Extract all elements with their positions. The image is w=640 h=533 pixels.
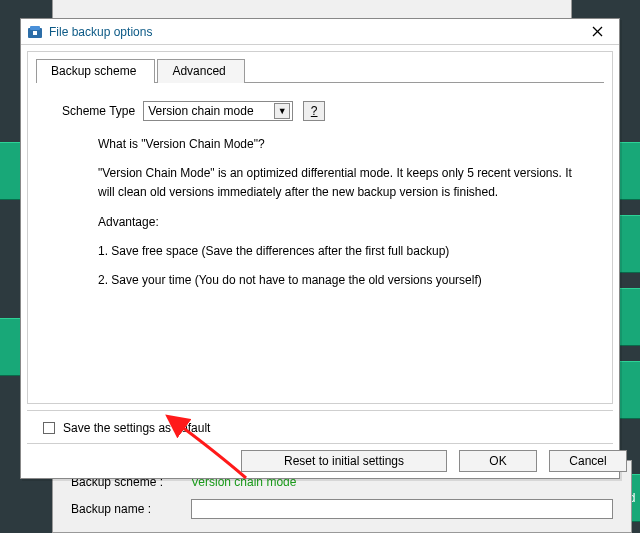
scheme-type-value: Version chain mode [148,104,253,118]
svg-rect-1 [30,26,40,30]
desc-question: What is "Version Chain Mode"? [98,135,588,154]
close-icon [592,26,603,37]
button-spacer [39,450,229,472]
save-default-row: Save the settings as default [27,410,613,437]
dialog-button-row: Reset to initial settings OK Cancel [27,443,613,472]
scheme-type-select[interactable]: Version chain mode ▼ [143,101,293,121]
cancel-button[interactable]: Cancel [549,450,627,472]
desc-advantage-2: 2. Save your time (You do not have to ma… [98,271,588,290]
close-button[interactable] [579,21,615,43]
desc-advantage-1: 1. Save free space (Save the differences… [98,242,588,261]
reset-button[interactable]: Reset to initial settings [241,450,447,472]
bg-panel-top [52,0,572,20]
tab-strip: Backup scheme Advanced [28,52,612,82]
chevron-down-icon: ▼ [274,103,290,119]
titlebar: File backup options [21,19,619,45]
backup-name-label: Backup name : [71,502,191,516]
desc-advantage-heading: Advantage: [98,213,588,232]
help-button[interactable]: ? [303,101,325,121]
save-default-checkbox[interactable] [43,422,55,434]
app-icon [27,24,43,40]
file-backup-options-dialog: File backup options Backup scheme Advanc… [20,18,620,479]
dialog-content: Backup scheme Advanced Scheme Type Versi… [27,51,613,404]
svg-rect-2 [33,31,37,35]
save-default-label: Save the settings as default [63,421,210,435]
desc-paragraph: "Version Chain Mode" is an optimized dif… [98,164,588,202]
scheme-type-label: Scheme Type [62,104,135,118]
scheme-description: What is "Version Chain Mode"? "Version C… [98,135,588,395]
ok-button[interactable]: OK [459,450,537,472]
tab-advanced[interactable]: Advanced [157,59,244,83]
tab-backup-scheme[interactable]: Backup scheme [36,59,155,83]
dialog-title: File backup options [49,25,579,39]
backup-name-input[interactable] [191,499,613,519]
